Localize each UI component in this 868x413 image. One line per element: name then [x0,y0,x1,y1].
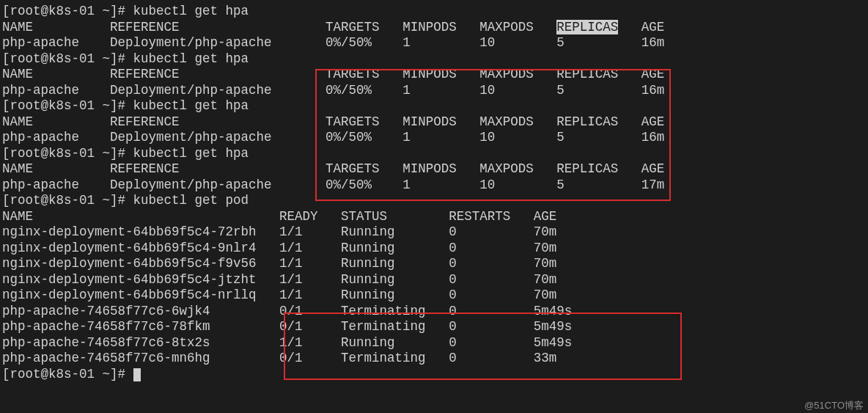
pod-restarts: 0 [449,224,457,239]
prompt: [root@k8s-01 ~]# [2,51,133,66]
pod-name: nginx-deployment-64bb69f5c4-9nlr4 [2,241,257,255]
pod-ready: 1/1 [279,272,303,287]
pod-name: nginx-deployment-64bb69f5c4-nrllq [2,288,257,302]
pod-restarts: 0 [449,335,457,350]
pod-name: php-apache-74658f77c6-mn6hg [2,351,210,365]
pod-age: 5m49s [534,319,573,334]
pod-header-status: STATUS [341,209,387,224]
pod-restarts: 0 [449,351,457,365]
pod-status: Running [341,224,395,239]
hpa-header-min: MINPODS [402,114,457,129]
hpa-header-min: MINPODS [402,67,457,81]
pod-restarts: 0 [449,272,457,287]
pod-ready: 1/1 [279,224,303,239]
pod-age: 33m [534,351,557,365]
prompt: [root@k8s-01 ~]# [2,146,133,161]
hpa-row-ref: Deployment/php-apache [110,130,272,145]
pod-age: 70m [534,288,557,302]
hpa-row-tgt: 0%/50% [326,35,372,50]
hpa-row-age: 16m [641,35,665,50]
hpa-row-tgt: 0%/50% [326,178,372,192]
pod-ready: 0/1 [279,319,303,334]
hpa-row-age: 16m [641,83,665,98]
command-text: kubectl get hpa [133,4,249,18]
pod-header-age: AGE [534,209,557,224]
hpa-row-ref: Deployment/php-apache [110,83,272,98]
hpa-row-min: 1 [402,35,411,50]
hpa-row-max: 10 [479,35,495,50]
hpa-row-name: php-apache [2,130,79,145]
cursor-icon [133,368,141,381]
hpa-header-max: MAXPODS [479,161,534,176]
terminal-output[interactable]: [root@k8s-01 ~]# kubectl get hpa NAME RE… [2,4,664,382]
prompt: [root@k8s-01 ~]# [2,367,133,381]
pod-status: Running [341,272,395,287]
pod-age: 70m [534,272,557,287]
pod-status: Running [341,288,395,302]
hpa-header-replicas-selected: REPLICAS [556,20,618,34]
pod-status: Running [341,241,395,255]
hpa-header-ref: REFERENCE [110,161,180,176]
hpa-header-rep: REPLICAS [556,161,618,176]
pod-name: php-apache-74658f77c6-78fkm [2,319,210,334]
pod-age: 70m [534,224,557,239]
pod-header-ready: READY [279,209,318,224]
hpa-header-tgt: TARGETS [326,114,380,129]
pod-age: 70m [534,241,557,255]
hpa-header-max: MAXPODS [479,20,534,34]
hpa-header-name: NAME [2,161,33,176]
hpa-header-rep: REPLICAS [556,67,618,81]
command-text: kubectl get hpa [133,51,249,66]
pod-ready: 1/1 [279,241,303,255]
hpa-row-max: 10 [479,130,495,145]
hpa-header-name: NAME [2,67,33,81]
hpa-row-max: 10 [479,178,495,192]
hpa-row-min: 1 [402,83,411,98]
prompt: [root@k8s-01 ~]# [2,98,133,113]
hpa-header-name: NAME [2,114,33,129]
pod-restarts: 0 [449,241,457,255]
hpa-row-ref: Deployment/php-apache [110,178,272,192]
hpa-header-min: MINPODS [402,20,457,34]
watermark-text: @51CTO博客 [804,400,864,412]
pod-status: Terminating [341,351,426,365]
pod-status: Terminating [341,304,426,318]
prompt: [root@k8s-01 ~]# [2,193,133,208]
hpa-row-name: php-apache [2,35,79,50]
pod-ready: 0/1 [279,304,303,318]
pod-age: 5m49s [534,335,573,350]
pod-name: nginx-deployment-64bb69f5c4-72rbh [2,224,257,239]
pod-ready: 1/1 [279,288,303,302]
hpa-row-age: 16m [641,130,665,145]
pod-status: Terminating [341,319,426,334]
hpa-header-max: MAXPODS [479,67,534,81]
hpa-row-name: php-apache [2,83,79,98]
pod-ready: 1/1 [279,335,303,350]
hpa-header-rep: REPLICAS [556,114,618,129]
hpa-header-max: MAXPODS [479,114,534,129]
pod-age: 5m49s [534,304,573,318]
hpa-header-min: MINPODS [402,161,457,176]
hpa-row-rep: 5 [556,83,564,98]
hpa-header-tgt: TARGETS [326,67,380,81]
hpa-row-name: php-apache [2,178,79,192]
hpa-header-age: AGE [641,20,665,34]
hpa-row-age: 17m [641,178,665,192]
pod-restarts: 0 [449,256,457,271]
hpa-header-tgt: TARGETS [326,20,380,34]
pod-ready: 0/1 [279,351,303,365]
pod-restarts: 0 [449,319,457,334]
pod-ready: 1/1 [279,256,303,271]
hpa-header-age: AGE [641,67,665,81]
hpa-row-rep: 5 [556,130,564,145]
prompt: [root@k8s-01 ~]# [2,4,133,18]
command-text: kubectl get hpa [133,98,249,113]
pod-status: Running [341,256,395,271]
pod-name: nginx-deployment-64bb69f5c4-f9v56 [2,256,257,271]
pod-header-name: NAME [2,209,33,224]
pod-status: Running [341,335,395,350]
hpa-row-min: 1 [402,130,411,145]
pod-name: php-apache-74658f77c6-8tx2s [2,335,210,350]
command-text: kubectl get pod [133,193,249,208]
pod-restarts: 0 [449,288,457,302]
